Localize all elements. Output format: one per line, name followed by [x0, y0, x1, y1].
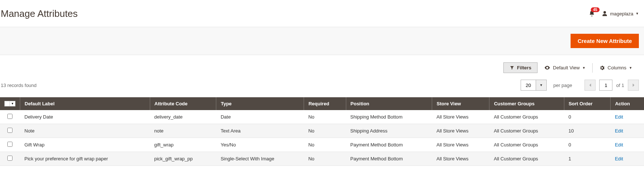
cell-customer-groups: All Customer Groups	[489, 110, 564, 124]
row-checkbox[interactable]	[7, 114, 12, 119]
cell-customer-groups: All Customer Groups	[489, 124, 564, 138]
gear-icon	[599, 65, 605, 71]
cell-customer-groups: All Customer Groups	[489, 152, 564, 166]
page-title: Manage Attributes	[1, 8, 78, 19]
edit-link[interactable]: Edit	[615, 114, 623, 120]
cell-position: Shipping Method Bottom	[346, 110, 432, 124]
pager-bar: 13 records found ▼ per page of 1	[0, 77, 644, 97]
col-customer-groups[interactable]: Customer Groups	[489, 97, 564, 110]
notifications-button[interactable]: 45	[589, 10, 595, 17]
cell-type: Date	[216, 110, 304, 124]
cell-type: Text Area	[216, 124, 304, 138]
attributes-table: ▼ Default Label Attribute Code Type Requ…	[0, 97, 644, 166]
actions-strip: Create New Attribute	[0, 27, 644, 55]
filters-label: Filters	[517, 65, 531, 70]
col-default-label[interactable]: Default Label	[20, 97, 150, 110]
funnel-icon	[510, 65, 514, 70]
caret-down-icon: ▼	[582, 66, 586, 70]
table-row[interactable]: NotenoteText AreaNoShipping AddressAll S…	[0, 124, 644, 138]
row-checkbox[interactable]	[7, 142, 12, 147]
col-required[interactable]: Required	[304, 97, 346, 110]
cell-position: Payment Method Bottom	[346, 152, 432, 166]
cell-attribute-code: note	[150, 124, 216, 138]
cell-attribute-code: pick_gift_wrap_pp	[150, 152, 216, 166]
of-total-label: of 1	[616, 83, 624, 88]
default-view-label: Default View	[553, 65, 580, 70]
col-action: Action	[611, 97, 644, 110]
cell-position: Shipping Address	[346, 124, 432, 138]
cell-store-view: All Store Views	[432, 110, 489, 124]
col-store-view[interactable]: Store View	[432, 97, 489, 110]
cell-attribute-code: delivery_date	[150, 110, 216, 124]
cell-position: Payment Method Bottom	[346, 138, 432, 152]
create-new-attribute-button[interactable]: Create New Attribute	[571, 34, 639, 48]
select-all-header[interactable]: ▼	[0, 97, 20, 110]
user-menu[interactable]: mageplaza ▼	[602, 11, 639, 17]
cell-required: No	[304, 124, 346, 138]
caret-down-icon: ▼	[629, 66, 632, 70]
edit-link[interactable]: Edit	[615, 142, 623, 148]
cell-sort-order: 1	[564, 152, 610, 166]
select-all-dropdown[interactable]: ▼	[10, 101, 15, 106]
cell-required: No	[304, 138, 346, 152]
row-checkbox[interactable]	[7, 156, 12, 161]
cell-default-label: Delivery Date	[20, 110, 150, 124]
table-header-row: ▼ Default Label Attribute Code Type Requ…	[0, 97, 644, 110]
user-icon	[602, 11, 608, 17]
cell-store-view: All Store Views	[432, 138, 489, 152]
edit-link[interactable]: Edit	[615, 128, 623, 134]
col-position[interactable]: Position	[346, 97, 432, 110]
columns-label: Columns	[608, 65, 626, 70]
username-label: mageplaza	[610, 11, 633, 17]
cell-required: No	[304, 110, 346, 124]
select-all-checkbox[interactable]	[4, 101, 10, 106]
notification-badge: 45	[591, 7, 599, 12]
cell-attribute-code: gift_wrap	[150, 138, 216, 152]
table-row[interactable]: Delivery Datedelivery_dateDateNoShipping…	[0, 110, 644, 124]
caret-down-icon: ▼	[540, 83, 543, 87]
page-number-input[interactable]	[599, 80, 612, 91]
cell-default-label: Note	[20, 124, 150, 138]
records-found-label: 13 records found	[1, 83, 37, 88]
grid-toolbar: Filters Default View ▼ Columns ▼	[0, 55, 644, 77]
eye-icon	[544, 65, 550, 71]
row-checkbox[interactable]	[7, 128, 12, 133]
cell-sort-order: 10	[564, 124, 610, 138]
pager-controls: ▼ per page of 1	[521, 80, 639, 91]
edit-link[interactable]: Edit	[615, 156, 623, 161]
cell-customer-groups: All Customer Groups	[489, 138, 564, 152]
col-attribute-code[interactable]: Attribute Code	[150, 97, 216, 110]
page-size-input[interactable]	[521, 80, 536, 91]
chevron-right-icon	[632, 83, 635, 87]
cell-store-view: All Store Views	[432, 152, 489, 166]
prev-page-button[interactable]	[585, 80, 596, 91]
columns-button[interactable]: Columns ▼	[593, 63, 639, 73]
page-size-dropdown-button[interactable]: ▼	[536, 80, 547, 91]
next-page-button[interactable]	[628, 80, 639, 91]
header-right: 45 mageplaza ▼	[589, 8, 639, 17]
table-row[interactable]: Pick your preference for gift wrap paper…	[0, 152, 644, 166]
col-sort-order[interactable]: Sort Order	[564, 97, 610, 110]
cell-default-label: Gift Wrap	[20, 138, 150, 152]
cell-default-label: Pick your preference for gift wrap paper	[20, 152, 150, 166]
cell-sort-order: 0	[564, 138, 610, 152]
filters-button[interactable]: Filters	[503, 62, 538, 73]
col-type[interactable]: Type	[216, 97, 304, 110]
cell-store-view: All Store Views	[432, 124, 489, 138]
cell-type: Single-Select With Image	[216, 152, 304, 166]
cell-required: No	[304, 152, 346, 166]
caret-down-icon: ▼	[636, 12, 639, 15]
table-row[interactable]: Gift Wrapgift_wrapYes/NoNoPayment Method…	[0, 138, 644, 152]
default-view-button[interactable]: Default View ▼	[538, 62, 592, 73]
chevron-left-icon	[589, 83, 592, 87]
cell-type: Yes/No	[216, 138, 304, 152]
cell-sort-order: 0	[564, 110, 610, 124]
page-header: Manage Attributes 45 mageplaza ▼	[0, 0, 644, 27]
per-page-label: per page	[553, 83, 572, 88]
